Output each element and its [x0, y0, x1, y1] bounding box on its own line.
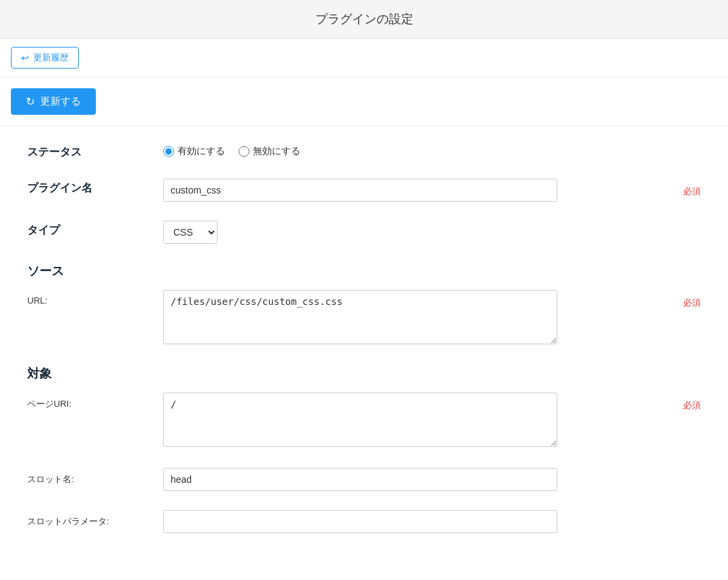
- status-disable-label: 無効にする: [253, 145, 300, 158]
- status-enable-option[interactable]: 有効にする: [163, 145, 225, 158]
- status-enable-radio[interactable]: [163, 146, 174, 157]
- url-control: /files/user/css/custom_css.css: [163, 290, 672, 346]
- plugin-name-required: 必須: [683, 179, 701, 198]
- page-title: プラグインの設定: [11, 11, 717, 27]
- slot-param-row: スロットパラメータ:: [27, 510, 701, 533]
- url-label: URL:: [27, 290, 163, 306]
- url-row: URL: /files/user/css/custom_css.css 必須: [27, 290, 701, 346]
- slot-param-control: [163, 510, 701, 533]
- type-control: CSS JS: [163, 221, 701, 244]
- target-section-title: 対象: [27, 365, 701, 382]
- slot-name-row: スロット名:: [27, 468, 701, 491]
- page-uri-label: ページURI:: [27, 393, 163, 410]
- slot-name-input[interactable]: [163, 468, 557, 491]
- form-body: ステータス 有効にする 無効にする プラグイン名 必須 タイプ: [0, 126, 728, 568]
- slot-name-control: [163, 468, 701, 491]
- type-select[interactable]: CSS JS: [163, 221, 218, 244]
- status-enable-label: 有効にする: [177, 145, 225, 158]
- history-button[interactable]: ↩ 更新履歴: [11, 47, 79, 69]
- plugin-name-input[interactable]: [163, 179, 557, 202]
- status-radio-group: 有効にする 無効にする: [163, 143, 701, 158]
- toolbar-save: ↻ 更新する: [0, 77, 728, 126]
- slot-param-input[interactable]: [163, 510, 557, 533]
- save-button-label: 更新する: [40, 95, 81, 108]
- plugin-name-label: プラグイン名: [27, 179, 163, 196]
- url-required: 必須: [683, 290, 701, 309]
- source-section: ソース URL: /files/user/css/custom_css.css …: [27, 263, 701, 346]
- status-disable-option[interactable]: 無効にする: [239, 145, 300, 158]
- page-uri-required: 必須: [683, 393, 701, 412]
- history-icon: ↩: [21, 52, 29, 63]
- page-uri-textarea[interactable]: /: [163, 393, 557, 447]
- toolbar-top: ↩ 更新履歴: [0, 39, 728, 77]
- type-row: タイプ CSS JS: [27, 221, 701, 244]
- type-label: タイプ: [27, 221, 163, 238]
- url-textarea[interactable]: /files/user/css/custom_css.css: [163, 290, 557, 344]
- history-button-label: 更新履歴: [33, 52, 69, 64]
- page-uri-row: ページURI: / 必須: [27, 393, 701, 449]
- source-section-title: ソース: [27, 263, 701, 279]
- status-label: ステータス: [27, 143, 163, 160]
- target-section: 対象 ページURI: / 必須 スロット名: スロットパラメータ:: [27, 365, 701, 533]
- status-disable-radio[interactable]: [239, 146, 249, 157]
- plugin-name-row: プラグイン名 必須: [27, 179, 701, 202]
- plugin-name-control: [163, 179, 672, 202]
- slot-param-label: スロットパラメータ:: [27, 510, 163, 528]
- status-control: 有効にする 無効にする: [163, 143, 701, 158]
- refresh-icon: ↻: [26, 95, 35, 108]
- page-header: プラグインの設定: [0, 0, 728, 39]
- save-button[interactable]: ↻ 更新する: [11, 88, 96, 115]
- page-uri-control: /: [163, 393, 672, 449]
- slot-name-label: スロット名:: [27, 468, 163, 486]
- status-row: ステータス 有効にする 無効にする: [27, 143, 701, 160]
